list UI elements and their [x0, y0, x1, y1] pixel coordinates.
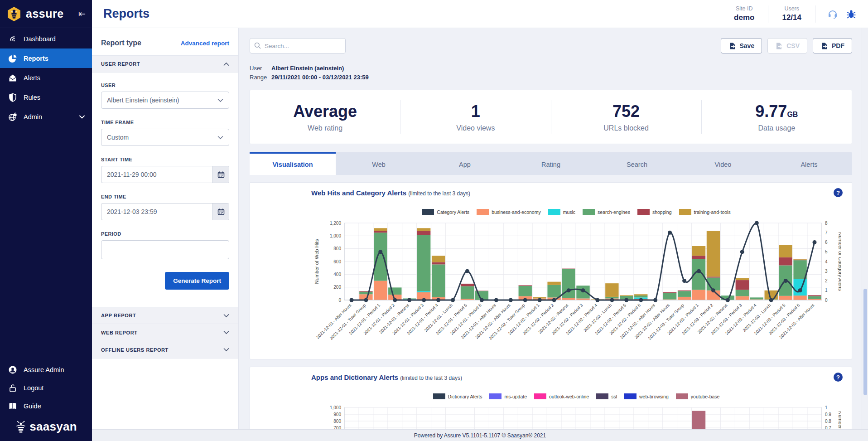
svg-text:7: 7 [825, 230, 828, 235]
reports-pie-icon [8, 54, 17, 63]
start-time-label: START TIME [101, 157, 229, 162]
legend-item-ms-update[interactable]: ms-update [489, 393, 527, 399]
end-time-field-group: END TIME [101, 194, 229, 220]
scrollbar-thumb[interactable] [863, 289, 867, 395]
end-time-input[interactable] [101, 203, 229, 220]
chart-title-row: Apps and Dictionary Alerts (limited to t… [311, 373, 841, 382]
sidebar-item-label: Assure Admin [24, 366, 64, 373]
end-time-label: END TIME [101, 194, 229, 199]
sidebar-item-admin[interactable]: Admin [0, 107, 92, 126]
svg-text:1,200: 1,200 [330, 221, 341, 226]
legend-item-music[interactable]: music [548, 209, 575, 215]
rules-shield-icon [8, 93, 17, 102]
timeframe-select[interactable]: Custom [101, 129, 229, 146]
vertical-scrollbar[interactable] [862, 28, 868, 429]
chevron-down-icon [79, 115, 85, 119]
stats-card: Average Web rating 1 Video views 752 URL… [250, 90, 852, 144]
help-icon[interactable]: ? [834, 188, 843, 197]
stat-video-views: 1 Video views [400, 102, 550, 132]
legend-label: ms-update [504, 394, 527, 399]
sidebar-item-logout[interactable]: Logout [0, 379, 92, 397]
legend-item-dictionary-alerts[interactable]: Dictionary Alerts [433, 393, 482, 399]
site-id-value: demo [734, 13, 754, 22]
pdf-button[interactable]: PDF [813, 38, 852, 53]
period-field-group: PERIOD [101, 231, 229, 259]
legend-item-business-and-economy[interactable]: business-and-economy [477, 209, 541, 215]
period-input[interactable] [101, 240, 229, 259]
header-icons [815, 9, 868, 19]
tab-alerts[interactable]: Alerts [766, 152, 852, 175]
accordion-user-report[interactable]: USER REPORT [92, 55, 238, 73]
sidebar-item-dashboard[interactable]: Dashboard [0, 29, 92, 48]
legend-swatch [596, 393, 608, 399]
start-time-input[interactable] [101, 166, 229, 183]
legend-item-category-alerts[interactable]: Category Alerts [422, 209, 469, 215]
start-time-field-group: START TIME [101, 157, 229, 183]
sidebar-item-reports[interactable]: Reports [0, 48, 92, 68]
help-icon[interactable]: ? [834, 373, 843, 382]
search-input[interactable] [250, 38, 346, 53]
user-select[interactable]: Albert Einstein (aeinstein) [101, 92, 229, 109]
legend-label: music [563, 209, 575, 215]
dashboard-icon [8, 34, 17, 44]
sidebar-item-guide[interactable]: Guide [0, 397, 92, 415]
web-hits-chart-panel: ? Web Hits and Category Alerts (limited … [250, 182, 852, 359]
stat-data-usage: 9.77GB Data usage [702, 102, 852, 132]
chart-title: Web Hits and Category Alerts [311, 189, 406, 197]
legend-item-web-browsing[interactable]: web-browsing [624, 393, 669, 399]
main-content: Save CSV PDF User [239, 28, 868, 441]
legend-label: shopping [652, 209, 672, 215]
end-calendar-button[interactable] [212, 204, 229, 220]
csv-button[interactable]: CSV [767, 38, 807, 53]
legend-label: business-and-economy [492, 209, 541, 215]
users-label: Users [782, 5, 801, 12]
accordion-web-report[interactable]: WEB REPORT [92, 324, 238, 341]
legend-swatch [548, 209, 560, 215]
tab-visualisation[interactable]: Visualisation [250, 152, 336, 175]
generate-report-button[interactable]: Generate Report [165, 272, 229, 290]
sidebar-collapse-icon[interactable]: ⇤ [78, 9, 86, 19]
save-button[interactable]: Save [721, 38, 762, 53]
search-icon [254, 42, 261, 49]
legend-item-search-engines[interactable]: search-engines [583, 209, 630, 215]
tab-rating[interactable]: Rating [508, 152, 594, 175]
brand-name: assure [26, 7, 64, 20]
save-file-icon [728, 42, 736, 50]
user-field-group: USER Albert Einstein (aeinstein) [101, 82, 229, 109]
legend-item-shopping[interactable]: shopping [637, 209, 672, 215]
support-headset-icon[interactable] [827, 9, 838, 19]
legend-item-training-and-tools[interactable]: training-and-tools [679, 209, 731, 215]
chevron-down-icon [217, 98, 223, 102]
bug-report-icon[interactable] [846, 9, 856, 19]
sidebar-item-alerts[interactable]: Alerts [0, 68, 92, 87]
sidebar-item-rules[interactable]: Rules [0, 87, 92, 107]
meta-range-value: 29/11/2021 00:00 - 03/12/2021 23:59 [271, 74, 369, 81]
meta-range-label: Range [250, 74, 271, 81]
content-row: Report type Advanced report USER REPORT … [92, 28, 868, 441]
advanced-report-link[interactable]: Advanced report [181, 40, 229, 47]
legend-label: Dictionary Alerts [448, 394, 482, 399]
legend-item-outlook-web-online[interactable]: outlook-web-online [534, 393, 589, 399]
accordion-offline-users-report[interactable]: OFFLINE USERS REPORT [92, 341, 238, 359]
legend-swatch [676, 393, 688, 399]
chart-legend: Category Alertsbusiness-and-economymusic… [311, 209, 841, 215]
svg-text:Number of Web Hits: Number of Web Hits [314, 239, 319, 284]
guide-book-icon [8, 402, 17, 411]
legend-item-youtube-base[interactable]: youtube-base [676, 393, 720, 399]
legend-label: ssl [611, 394, 617, 399]
tab-search[interactable]: Search [594, 152, 680, 175]
meta-user-value: Albert Einstein (aeinstein) [271, 65, 344, 72]
legend-label: search-engines [598, 209, 630, 215]
legend-swatch [637, 209, 650, 215]
start-calendar-button[interactable] [212, 166, 229, 183]
accordion-app-report[interactable]: APP REPORT [92, 307, 238, 324]
site-id-block: Site ID demo [720, 5, 768, 22]
tab-app[interactable]: App [422, 152, 508, 175]
user-report-form: USER Albert Einstein (aeinstein) TIME FR… [92, 73, 238, 307]
meta-range-row: Range 29/11/2021 00:00 - 03/12/2021 23:5… [250, 74, 852, 81]
legend-item-ssl[interactable]: ssl [596, 393, 617, 399]
tab-video[interactable]: Video [680, 152, 766, 175]
sidebar-item-assure-admin[interactable]: Assure Admin [0, 361, 92, 379]
legend-label: web-browsing [639, 394, 669, 399]
tab-web[interactable]: Web [336, 152, 422, 175]
